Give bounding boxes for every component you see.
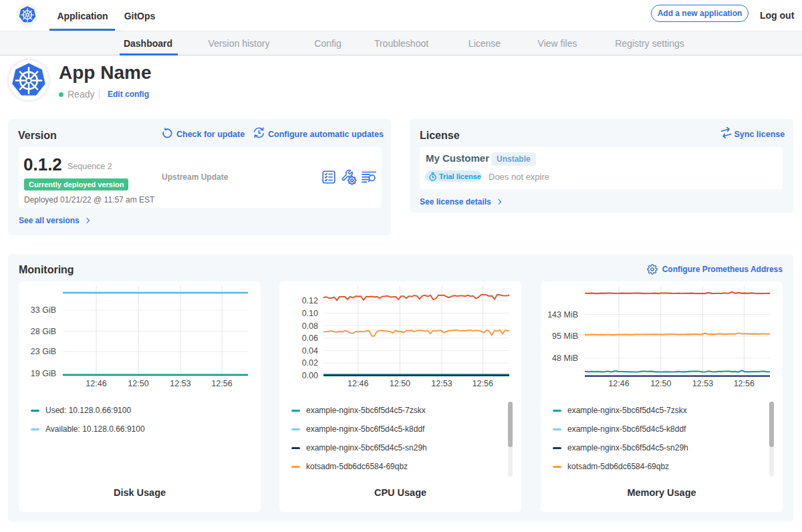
svg-text:12:46: 12:46 — [348, 379, 368, 388]
svg-text:95 MiB: 95 MiB — [552, 331, 578, 341]
svg-text:23 GiB: 23 GiB — [31, 347, 56, 356]
svg-text:0.08: 0.08 — [302, 321, 318, 331]
svg-text:0.10: 0.10 — [302, 309, 318, 318]
svg-text:0.06: 0.06 — [302, 334, 318, 343]
svg-text:12:56: 12:56 — [211, 379, 232, 388]
svg-text:33 GiB: 33 GiB — [31, 305, 56, 315]
svg-text:28 GiB: 28 GiB — [31, 327, 56, 336]
svg-text:12:56: 12:56 — [734, 379, 755, 388]
svg-text:0.00: 0.00 — [302, 371, 318, 380]
svg-text:12:46: 12:46 — [608, 379, 629, 388]
svg-text:0.04: 0.04 — [302, 346, 318, 356]
svg-text:12:46: 12:46 — [86, 379, 106, 388]
svg-text:19 GiB: 19 GiB — [31, 369, 56, 378]
svg-text:0.02: 0.02 — [302, 358, 318, 368]
svg-text:48 MiB: 48 MiB — [552, 354, 578, 363]
svg-text:12:50: 12:50 — [128, 379, 148, 388]
svg-text:12:50: 12:50 — [390, 379, 410, 388]
svg-text:12:53: 12:53 — [431, 379, 452, 388]
svg-text:12:50: 12:50 — [650, 379, 671, 388]
svg-text:0.12: 0.12 — [302, 296, 318, 305]
svg-text:12:56: 12:56 — [473, 379, 493, 388]
svg-text:12:53: 12:53 — [170, 379, 190, 388]
svg-text:12:53: 12:53 — [692, 379, 713, 388]
svg-text:143 MiB: 143 MiB — [547, 310, 578, 319]
